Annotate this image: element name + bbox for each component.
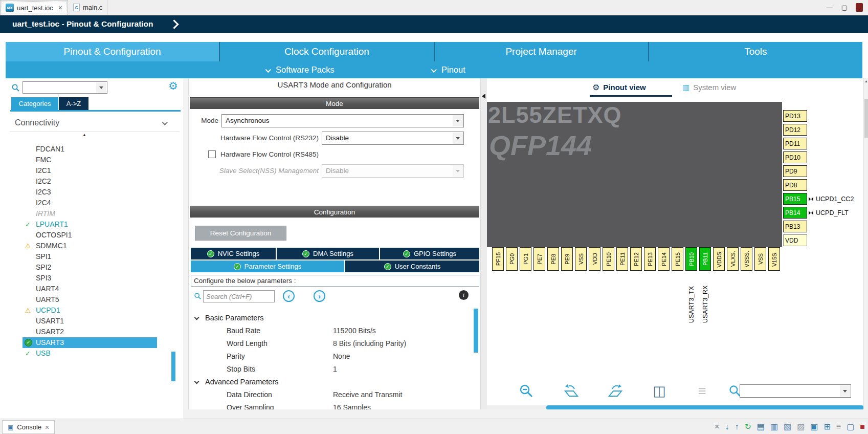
tab-clock-configuration[interactable]: Clock Configuration [220,42,434,61]
pin-box[interactable]: PE11 [616,247,628,271]
pinout-menu[interactable]: Pinout [432,61,465,78]
peripheral-list-item[interactable]: ⚠ ✓ ✓ USB [8,348,178,359]
parameter-row[interactable]: Parity None [189,350,469,363]
rs232-select[interactable]: Disable [322,132,464,145]
scrollbar-thumb[interactable] [474,309,478,353]
pin-box[interactable]: PG0 [506,247,518,271]
parameter-row[interactable]: Word Length 8 Bits (including Parity) [189,337,469,350]
peripheral-list-item[interactable]: ⚠ ✓ ✓ UCPD1 [8,305,178,316]
editor-tab-main-c[interactable]: c main.c [68,0,108,15]
pin-box[interactable]: PB13 [783,221,807,232]
pin-box[interactable]: PE15 [672,247,683,271]
tab-pinout-configuration[interactable]: Pinout & Configuration [6,42,220,61]
peripheral-list-item[interactable]: ⚠ ✓ ✓ SDMMC1 [8,241,178,251]
pin-box[interactable]: PE12 [630,247,642,271]
peripheral-list-item[interactable]: ⚠ ✓ ✓ USART2 [8,327,178,337]
connectivity-section-header[interactable]: Connectivity [15,116,174,129]
mcu-chip[interactable]: 2L55ZETXQ QFP144 [487,102,782,247]
vertical-scrollbar[interactable]: ▲ [863,78,868,409]
document-icon[interactable]: ▧ [784,423,791,431]
peripheral-search-combobox[interactable] [23,81,107,94]
pin-box[interactable]: PD8 [783,179,807,191]
pin-box[interactable]: PE14 [658,247,670,271]
editor-tab-uart-test-ioc[interactable]: MX uart_test.ioc × [0,0,68,15]
chevron-down-icon[interactable] [453,115,463,126]
pin-search-combobox[interactable] [740,384,851,398]
document-alt-icon[interactable]: ▨ [797,423,805,431]
pin-box[interactable]: PE10 [603,247,614,271]
pin-box[interactable]: PB15 [783,193,807,205]
software-packs-menu[interactable]: Software Packs [266,61,335,78]
pin-box[interactable]: PF15 [492,247,504,271]
info-icon[interactable]: i [459,290,469,300]
scrollbar-thumb[interactable] [864,99,868,138]
tab-user-constants[interactable]: ✓ User Constants [345,261,479,272]
pin-box[interactable]: PE7 [533,247,545,271]
scroll-up-icon[interactable]: ▲ [864,79,868,83]
parameter-row[interactable]: Baud Rate 115200 Bits/s [189,324,469,337]
pin-box[interactable]: VDD [783,234,807,246]
tab-nvic-settings[interactable]: ✓ NVIC Settings [191,248,276,259]
peripheral-list-item[interactable]: ⚠ ✓ ✓ I2C4 [8,198,178,208]
tab-system-view[interactable]: ▥ System view [682,80,736,94]
peripheral-list-item[interactable]: ⚠ ✓ ✓ IRTIM [8,208,178,219]
tab-parameter-settings[interactable]: ✓ Parameter Settings [191,261,344,272]
arrow-down-icon[interactable]: ↓ [725,423,729,431]
close-console-icon[interactable]: × [45,423,49,431]
window-icon[interactable]: ▢ [847,423,854,431]
split-columns-icon[interactable]: ◫ [651,382,668,400]
peripheral-list-item[interactable]: ⚠ ✓ ✓ UART5 [8,294,178,305]
parameter-group-advanced[interactable]: Advanced Parameters [189,376,469,388]
pin-box[interactable]: PD11 [783,138,807,149]
settings-gear-icon[interactable]: ⚙ [168,79,178,93]
console-tab[interactable]: ▣ Console × [2,420,55,434]
new-window-icon[interactable]: ⊞ [824,423,830,431]
peripheral-list-item[interactable]: ⚠ ✓ ✓ UART4 [8,284,178,294]
pin-box[interactable]: PB10 [685,247,697,271]
peripheral-list-item[interactable]: ⚠ ✓ ✓ SPI1 [8,251,178,262]
peripheral-list-item[interactable]: ⚠ ✓ ✓ I2C3 [8,187,178,198]
previous-match-button[interactable]: ‹ [283,290,295,302]
parameter-row[interactable]: Stop Bits 1 [189,363,469,376]
tab-categories[interactable]: Categories [11,97,58,110]
chevron-down-icon[interactable] [453,133,463,144]
pin-box[interactable]: PE9 [561,247,573,271]
minimize-window-icon[interactable]: — [827,4,833,11]
chevron-down-icon[interactable] [840,385,850,397]
zoom-out-icon[interactable] [518,382,535,400]
pin-box[interactable]: PD12 [783,124,807,136]
tab-project-manager[interactable]: Project Manager [435,42,649,61]
chevron-down-icon[interactable] [96,82,106,93]
pin-box[interactable]: PB14 [783,207,807,219]
pin-box[interactable]: VSS [575,247,587,271]
menu-icon[interactable]: ≡ [836,423,841,431]
pin-box[interactable]: VLXS. [727,247,739,271]
next-match-button[interactable]: › [314,290,325,302]
peripheral-list-item[interactable]: ⚠ ✓ ✓ FMC [8,155,178,165]
panel-collapse-handle[interactable] [481,78,487,409]
peripheral-list-item[interactable]: ⚠ ✓ ✓ OCTOSPI1 [8,230,178,241]
arrow-up-icon[interactable]: ↑ [735,423,739,431]
pin-box[interactable]: VSSS. [741,247,752,271]
restore-window-icon[interactable]: ▢ [841,4,848,11]
peripheral-list-item[interactable]: ⚠ ✓ ✓ USART3 [23,337,157,348]
panel-grid-icon[interactable]: ▤ [757,423,765,431]
scroll-up-icon[interactable]: ▲ [82,133,86,137]
pin-box[interactable]: PG1 [520,247,531,271]
tab-dma-settings[interactable]: ✓ DMA Settings [277,248,379,259]
monitor-icon[interactable]: ▣ [810,423,818,431]
pin-box[interactable]: PE13 [644,247,656,271]
pin-box[interactable]: PD9 [783,165,807,177]
peripheral-list-item[interactable]: ⚠ ✓ ✓ SPI2 [8,262,178,273]
pin-box[interactable]: V15S. [768,247,780,271]
rs485-checkbox[interactable] [208,150,216,158]
scrollbar-thumb[interactable] [171,352,175,381]
stop-icon[interactable]: ■ [860,423,865,431]
pin-box[interactable]: PD13 [783,110,807,122]
pin-box[interactable]: VSS [754,247,766,271]
peripheral-list-item[interactable]: ⚠ ✓ ✓ SPI3 [8,273,178,284]
parameter-group-basic[interactable]: Basic Parameters [189,312,469,324]
panel-columns-icon[interactable]: ▥ [770,423,778,431]
peripheral-list-item[interactable]: ⚠ ✓ ✓ LPUART1 [8,219,178,230]
tab-tools[interactable]: Tools [649,42,862,61]
